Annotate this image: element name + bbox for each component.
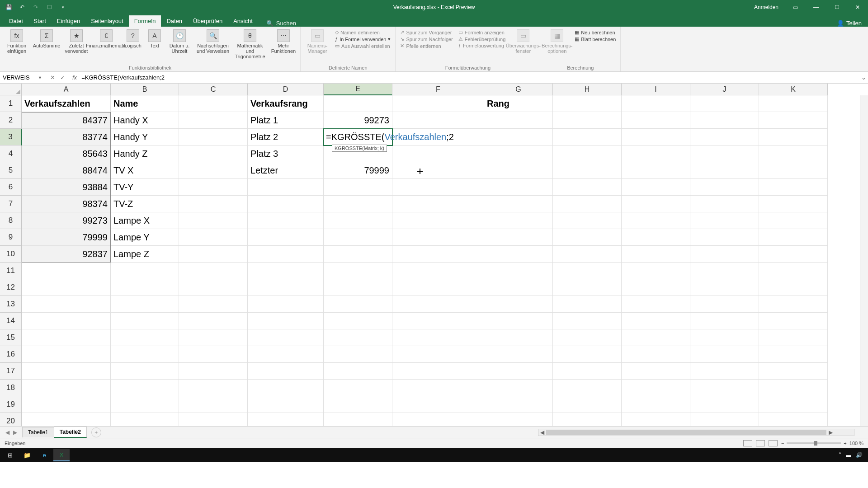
cell[interactable] bbox=[179, 346, 248, 363]
add-sheet-button[interactable]: + bbox=[91, 427, 101, 437]
cell[interactable] bbox=[111, 296, 179, 313]
tab-pagelayout[interactable]: Seitenlayout bbox=[85, 15, 129, 27]
logical-button[interactable]: ?Logisch bbox=[122, 28, 144, 48]
cell[interactable] bbox=[622, 95, 690, 112]
formula-bar-input[interactable] bbox=[80, 74, 859, 81]
undo-icon[interactable]: ↶ bbox=[17, 2, 27, 12]
tab-view[interactable]: Ansicht bbox=[228, 15, 258, 27]
cell[interactable] bbox=[22, 380, 111, 396]
cell[interactable] bbox=[622, 229, 690, 246]
cell[interactable] bbox=[484, 296, 553, 313]
cell[interactable] bbox=[111, 413, 179, 426]
cell[interactable] bbox=[553, 229, 622, 246]
cell[interactable]: 99273 bbox=[22, 212, 111, 229]
row-header[interactable]: 13 bbox=[0, 296, 22, 313]
cell[interactable] bbox=[622, 212, 690, 229]
redo-icon[interactable]: ↷ bbox=[31, 2, 41, 12]
cell[interactable] bbox=[690, 263, 759, 279]
cell[interactable] bbox=[622, 263, 690, 279]
cell[interactable] bbox=[690, 296, 759, 313]
cell[interactable]: 93884 bbox=[22, 179, 111, 196]
cell[interactable] bbox=[759, 162, 828, 179]
cell[interactable] bbox=[622, 112, 690, 129]
row-header[interactable]: 20 bbox=[0, 413, 22, 426]
cell[interactable] bbox=[324, 413, 392, 426]
cell[interactable] bbox=[553, 296, 622, 313]
cell[interactable] bbox=[484, 346, 553, 363]
horizontal-scrollbar[interactable]: ◀▶ bbox=[538, 429, 854, 436]
save-icon[interactable]: 💾 bbox=[4, 2, 14, 12]
cell[interactable] bbox=[759, 145, 828, 162]
math-trig-button[interactable]: θMathematik und Trigonometrie bbox=[232, 28, 268, 59]
cell[interactable] bbox=[22, 263, 111, 279]
cell[interactable] bbox=[759, 129, 828, 145]
cell[interactable] bbox=[759, 229, 828, 246]
cell[interactable]: Letzter bbox=[248, 162, 324, 179]
cell[interactable] bbox=[22, 396, 111, 413]
tab-start[interactable]: Start bbox=[28, 15, 51, 27]
file-explorer-icon[interactable]: 📁 bbox=[19, 449, 35, 461]
sign-in-button[interactable]: Anmelden bbox=[748, 4, 785, 10]
cell[interactable] bbox=[179, 279, 248, 296]
cell[interactable] bbox=[690, 145, 759, 162]
cell[interactable] bbox=[553, 212, 622, 229]
edge-icon[interactable]: e bbox=[36, 449, 52, 461]
cell[interactable] bbox=[179, 129, 248, 145]
cell[interactable] bbox=[484, 246, 553, 263]
cell[interactable] bbox=[690, 95, 759, 112]
cell[interactable] bbox=[111, 263, 179, 279]
cell[interactable] bbox=[553, 179, 622, 196]
cell[interactable] bbox=[179, 162, 248, 179]
cell[interactable] bbox=[324, 363, 392, 380]
cell[interactable] bbox=[622, 196, 690, 212]
row-header[interactable]: 17 bbox=[0, 363, 22, 380]
cell[interactable] bbox=[22, 279, 111, 296]
more-functions-button[interactable]: ⋯Mehr Funktionen bbox=[269, 28, 297, 54]
use-in-formula-button[interactable]: ƒ In Formel verwenden ▾ bbox=[335, 36, 391, 42]
cell[interactable] bbox=[759, 313, 828, 329]
share-button[interactable]: 👤Teilen bbox=[837, 20, 862, 27]
touch-mode-icon[interactable]: ☐ bbox=[44, 2, 54, 12]
row-header[interactable]: 19 bbox=[0, 396, 22, 413]
cell[interactable] bbox=[553, 95, 622, 112]
cell[interactable] bbox=[179, 363, 248, 380]
cell[interactable] bbox=[392, 246, 484, 263]
cell[interactable]: Platz 3 bbox=[248, 145, 324, 162]
cell[interactable]: 85643 bbox=[22, 145, 111, 162]
cell[interactable] bbox=[759, 346, 828, 363]
cell[interactable] bbox=[759, 380, 828, 396]
tab-formulas[interactable]: Formeln bbox=[129, 15, 161, 27]
cell[interactable] bbox=[484, 129, 553, 145]
cell[interactable]: 88474 bbox=[22, 162, 111, 179]
cell[interactable] bbox=[622, 329, 690, 346]
cell[interactable] bbox=[690, 179, 759, 196]
cell[interactable] bbox=[553, 145, 622, 162]
tab-review[interactable]: Überprüfen bbox=[188, 15, 228, 27]
cell[interactable] bbox=[690, 363, 759, 380]
cell[interactable]: Verkaufszahlen bbox=[22, 95, 111, 112]
column-header[interactable]: E bbox=[324, 84, 392, 95]
cell[interactable] bbox=[248, 396, 324, 413]
row-header[interactable]: 12 bbox=[0, 279, 22, 296]
cell[interactable] bbox=[759, 413, 828, 426]
row-header[interactable]: 15 bbox=[0, 329, 22, 346]
cell[interactable]: TV X bbox=[111, 162, 179, 179]
cell[interactable] bbox=[324, 129, 392, 145]
cell[interactable] bbox=[690, 313, 759, 329]
row-header[interactable]: 9 bbox=[0, 229, 22, 246]
cell[interactable] bbox=[179, 313, 248, 329]
cell[interactable] bbox=[622, 313, 690, 329]
minimize-icon[interactable]: — bbox=[806, 0, 826, 14]
cell[interactable] bbox=[248, 246, 324, 263]
tab-insert[interactable]: Einfügen bbox=[52, 15, 85, 27]
cell[interactable] bbox=[324, 229, 392, 246]
cell[interactable] bbox=[324, 212, 392, 229]
cell[interactable] bbox=[484, 313, 553, 329]
cell[interactable] bbox=[392, 145, 484, 162]
cell[interactable] bbox=[392, 346, 484, 363]
page-layout-view-icon[interactable] bbox=[756, 440, 765, 446]
cell[interactable] bbox=[22, 363, 111, 380]
row-header[interactable]: 4 bbox=[0, 145, 22, 162]
cell[interactable] bbox=[553, 313, 622, 329]
cell[interactable] bbox=[22, 296, 111, 313]
